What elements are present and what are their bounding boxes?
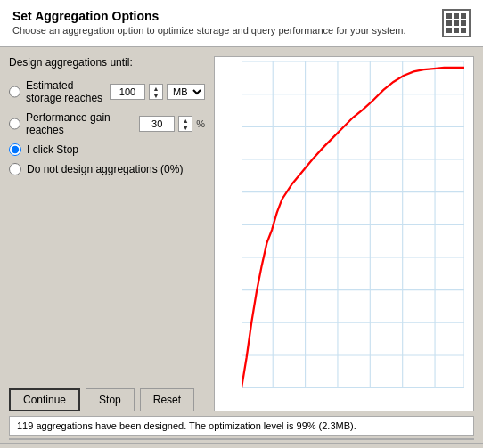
perf-unit-label: % [196,118,205,129]
storage-down-arrow[interactable]: ▼ [150,92,162,99]
radio-stop[interactable] [9,143,21,156]
perf-down-arrow[interactable]: ▼ [179,124,192,131]
perf-spinner-arrows: ▲ ▼ [178,116,192,132]
grid-cell [454,13,459,19]
radio-stop-label: I click Stop [27,143,78,156]
perf-value-input[interactable] [139,116,175,132]
grid-cell [446,13,452,19]
perf-spinner-group: ▲ ▼ % [139,116,205,132]
grid-cell [446,28,452,33]
option-stop-row: I click Stop [9,143,205,156]
option-none-row: Do not design aggregations (0%) [9,163,205,175]
grid-cell [461,13,466,19]
page-subtitle: Choose an aggregation option to optimize… [12,25,405,36]
radio-none[interactable] [9,163,21,175]
storage-spinner-arrows: ▲ ▼ [149,84,163,100]
storage-value-input[interactable] [110,84,145,100]
chart-panel: 100 90 80 70 60 50 40 30 20 10 0 0.3 0.6… [214,56,474,411]
grid-icon [442,9,471,37]
grid-cell [461,20,466,26]
stop-button[interactable]: Stop [86,388,135,411]
main-container: Set Aggregation Options Choose an aggreg… [0,0,483,448]
status-bar: 119 aggregations have been designed. The… [9,416,474,436]
option-perf-row: Performance gain reaches ▲ ▼ % [9,111,205,136]
continue-button[interactable]: Continue [9,388,80,411]
radio-storage[interactable] [9,86,20,98]
content: Design aggregations until: Estimated sto… [0,47,483,416]
left-panel: Design aggregations until: Estimated sto… [9,56,205,411]
reset-button[interactable]: Reset [140,388,194,411]
grid-cell [454,28,459,33]
radio-perf-label: Performance gain reaches [26,111,134,136]
section-label: Design aggregations until: [9,56,205,69]
chart-svg: 100 90 80 70 60 50 40 30 20 10 0 0.3 0.6… [242,61,464,388]
action-buttons: Continue Stop Reset [9,379,205,411]
radio-perf[interactable] [9,118,20,130]
radio-none-label: Do not design aggregations (0%) [27,163,183,175]
radio-storage-label: Estimated storage reaches [26,79,104,104]
page-title: Set Aggregation Options [12,9,405,23]
status-message: 119 aggregations have been designed. The… [17,420,356,431]
header-text: Set Aggregation Options Choose an aggreg… [12,9,405,36]
progress-bar-container [9,438,474,440]
radio-group: Estimated storage reaches ▲ ▼ MB GB [9,79,205,175]
header: Set Aggregation Options Choose an aggreg… [0,0,483,47]
option-storage-row: Estimated storage reaches ▲ ▼ MB GB [9,79,205,104]
storage-up-arrow[interactable]: ▲ [150,85,162,92]
storage-spinner-group: ▲ ▼ MB GB [110,84,205,100]
storage-unit-dropdown[interactable]: MB GB [167,84,205,100]
grid-cell [454,20,459,26]
grid-cell [446,20,452,26]
grid-cell [461,28,466,33]
footer: < Back Next > Finish Cancel [0,443,483,448]
perf-up-arrow[interactable]: ▲ [179,117,192,124]
